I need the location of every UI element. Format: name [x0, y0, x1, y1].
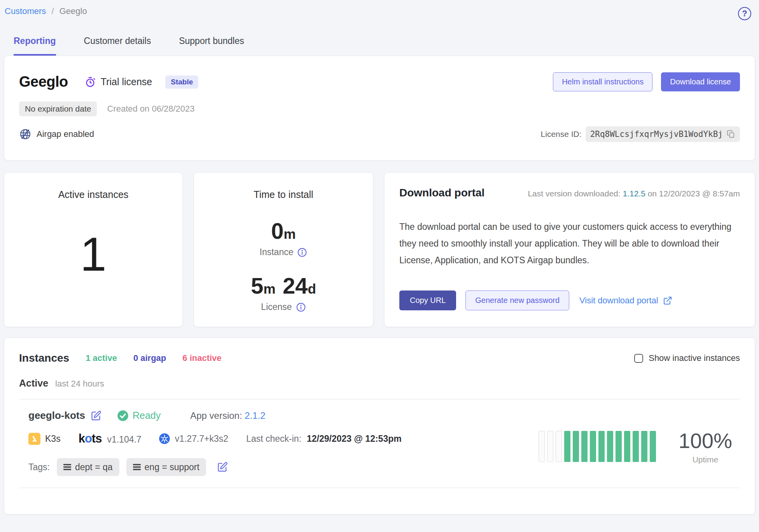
time-to-install-title: Time to install — [254, 189, 313, 200]
license-id-label: License ID: — [541, 130, 582, 139]
tag-chip[interactable]: eng = support — [126, 458, 206, 476]
instance-status: Ready — [133, 410, 161, 421]
license-id-value: 2Rq8WLcsjfxqrMysjvB1WodYkBj — [590, 130, 723, 139]
instance-time-label: Instance — [260, 247, 294, 257]
uptime-bar — [564, 431, 570, 462]
license-time-label: License — [261, 302, 292, 312]
distribution-label: K3s — [45, 434, 61, 444]
tag-chip[interactable]: dept = qa — [57, 458, 119, 476]
last-checkin-label: Last check-in: — [246, 434, 301, 444]
generate-new-password-button[interactable]: Generate new password — [465, 290, 569, 310]
uptime-bar — [547, 431, 553, 462]
stats-row: Active instances 1 Time to install 0m In… — [4, 172, 755, 327]
customer-header-card: Geeglo Trial license Stable Helm install… — [4, 56, 755, 161]
uptime-bar — [624, 431, 630, 462]
license-info-icon[interactable] — [296, 302, 306, 312]
active-section-sublabel: last 24 hours — [55, 379, 104, 389]
license-type-label: Trial license — [101, 76, 152, 88]
uptime-panel: 100% Uptime — [539, 410, 740, 476]
created-date-text: Created on 06/28/2023 — [107, 104, 194, 114]
active-instances-value: 1 — [80, 231, 107, 278]
download-portal-description: The download portal can be used to give … — [399, 219, 740, 269]
download-portal-title: Download portal — [399, 187, 484, 199]
active-instances-card: Active instances 1 — [4, 172, 183, 327]
breadcrumb-separator: / — [51, 6, 54, 16]
instance-row: geeglo-kots Ready — [19, 399, 740, 476]
uptime-bar — [598, 431, 605, 462]
k3s-icon — [28, 433, 40, 445]
app-version-label: App version: — [190, 410, 242, 421]
ready-check-icon — [117, 410, 129, 422]
tab-support-bundles[interactable]: Support bundles — [179, 36, 244, 56]
tag-lines-icon — [63, 464, 71, 471]
divider — [19, 488, 740, 488]
channel-badge: Stable — [165, 75, 198, 89]
active-section-label: Active — [19, 378, 48, 389]
uptime-bar — [556, 431, 562, 462]
kubernetes-icon — [159, 433, 170, 444]
instance-name: geeglo-kots — [28, 410, 85, 422]
instance-info-icon[interactable] — [297, 247, 307, 257]
inactive-count: 6 inactive — [182, 353, 221, 363]
edit-tags-icon[interactable] — [217, 462, 228, 472]
license-id-chip: 2Rq8WLcsjfxqrMysjvB1WodYkBj — [586, 126, 740, 142]
show-inactive-label: Show inactive instances — [649, 353, 740, 363]
last-version-link[interactable]: 1.12.5 — [623, 189, 645, 198]
airgap-globe-icon — [19, 128, 31, 140]
breadcrumb-customers-link[interactable]: Customers — [5, 6, 46, 16]
download-portal-card: Download portal Last version downloaded:… — [384, 172, 755, 327]
k8s-version: v1.27.7+k3s2 — [175, 434, 228, 444]
breadcrumb: Customers / Geeglo — [5, 6, 87, 16]
breadcrumb-current: Geeglo — [59, 6, 87, 16]
uptime-label: Uptime — [679, 455, 732, 464]
time-to-install-card: Time to install 0m Instance 5m 24d Licen… — [194, 172, 373, 327]
active-count: 1 active — [86, 353, 117, 363]
uptime-bar — [633, 431, 639, 462]
uptime-bar — [539, 431, 545, 462]
instances-title: Instances — [19, 352, 69, 364]
last-checkin-value: 12/29/2023 @ 12:53pm — [307, 434, 402, 444]
copy-license-icon[interactable] — [727, 130, 735, 138]
last-version-downloaded: Last version downloaded: 1.12.5 on 12/20… — [528, 189, 740, 198]
uptime-value: 100% — [679, 429, 732, 453]
license-install-time: 5m 24d — [251, 275, 316, 297]
active-instances-title: Active instances — [58, 189, 129, 200]
kots-version: v1.104.7 — [107, 434, 141, 445]
instances-card: Instances 1 active 0 airgap 6 inactive S… — [4, 338, 755, 514]
external-link-icon — [663, 296, 672, 305]
uptime-bar — [616, 431, 622, 462]
tags-label: Tags: — [28, 462, 50, 472]
app-version-link[interactable]: 2.1.2 — [245, 410, 265, 421]
kots-logo: kots — [79, 432, 102, 446]
helm-install-instructions-button[interactable]: Helm install instructions — [553, 72, 652, 91]
instance-install-time: 0m — [271, 220, 296, 242]
uptime-bars — [539, 431, 656, 462]
show-inactive-checkbox[interactable] — [634, 354, 643, 363]
airgap-label: Airgap enabled — [37, 129, 94, 139]
uptime-bar — [607, 431, 613, 462]
customer-name: Geeglo — [19, 74, 68, 90]
tab-customer-details[interactable]: Customer details — [84, 36, 151, 56]
visit-download-portal-link[interactable]: Visit download portal — [579, 296, 672, 306]
top-bar: Customers / Geeglo ? — [0, 0, 759, 20]
help-icon[interactable]: ? — [738, 7, 751, 20]
download-license-button[interactable]: Download license — [661, 72, 740, 91]
uptime-bar — [650, 431, 656, 462]
tab-reporting[interactable]: Reporting — [14, 36, 56, 56]
uptime-bar — [581, 431, 588, 462]
tag-lines-icon — [133, 464, 141, 471]
uptime-bar — [573, 431, 579, 462]
tab-bar: Reporting Customer details Support bundl… — [0, 36, 759, 56]
airgap-count: 0 airgap — [133, 353, 166, 363]
copy-url-button[interactable]: Copy URL — [399, 290, 456, 310]
trial-timer-icon — [84, 76, 96, 88]
edit-instance-name-icon[interactable] — [91, 410, 101, 421]
uptime-bar — [590, 431, 596, 462]
expiration-badge: No expiration date — [19, 102, 97, 116]
uptime-bar — [641, 431, 647, 462]
